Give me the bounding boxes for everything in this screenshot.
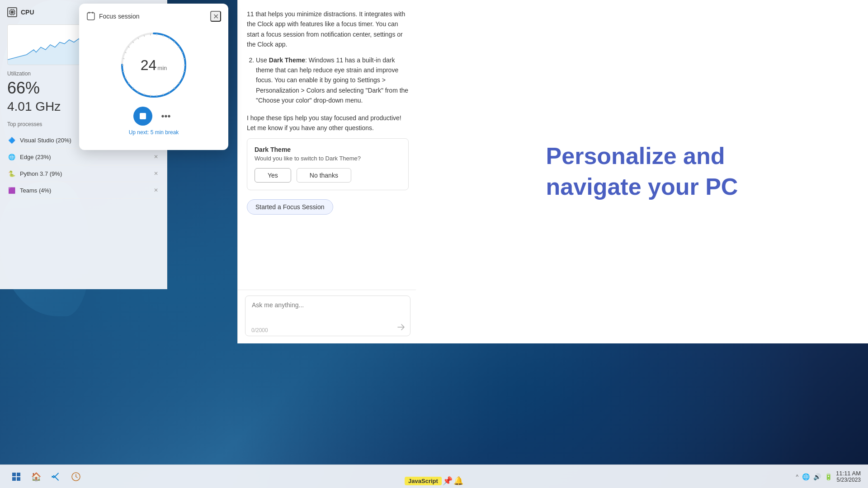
taskbar-time-display: 11:11 AM (836, 470, 861, 477)
chat-list: Use Dark Theme: Windows 11 has a built-i… (247, 55, 409, 106)
timer-number: 24 (141, 57, 157, 74)
process-name-teams: Teams (4%) (20, 187, 51, 194)
focus-more-button[interactable]: ••• (158, 108, 174, 124)
stop-icon (140, 113, 146, 119)
close-python-icon[interactable]: ✕ (152, 170, 160, 177)
svg-line-51 (76, 477, 77, 478)
suggestion-buttons: Yes No thanks (255, 168, 401, 183)
focus-widget-title: Focus session (99, 13, 139, 20)
svg-rect-10 (87, 13, 94, 20)
svg-rect-48 (17, 477, 20, 481)
personalize-line1: Personalize and (546, 141, 738, 172)
timer-display: 24 min (141, 57, 167, 74)
focus-close-button[interactable]: ✕ (210, 11, 221, 22)
upnext-value: 5 min break (151, 129, 179, 136)
focus-session-widget: Focus session ✕ // ticks generated inlin… (79, 4, 228, 150)
focus-controls: ••• (133, 107, 174, 126)
taskbar-left: 🏠 (7, 468, 85, 486)
chat-input[interactable] (245, 296, 410, 336)
focus-session-action-pill[interactable]: Started a Focus Session (247, 199, 333, 215)
suggestion-card-desc: Would you like to switch to Dark Theme? (255, 155, 401, 162)
chat-content: 11 that helps you minimize distractions.… (238, 0, 418, 290)
timer-container: // ticks generated inline via SVG (86, 29, 221, 136)
dark-theme-suggestion-card: Dark Theme Would you like to switch to D… (247, 138, 409, 190)
process-icon-vs: 🔷 (7, 136, 16, 145)
network-icon[interactable]: 🌐 (802, 473, 810, 480)
personalize-text: Personalize and navigate your PC (546, 141, 738, 202)
chat-send-button[interactable] (397, 323, 405, 333)
process-item-python: 🐍 Python 3.7 (9%) ✕ (7, 165, 160, 182)
taskbar-vscode-button[interactable] (47, 468, 65, 486)
upnext-label: Up next: (129, 129, 149, 136)
svg-rect-45 (12, 473, 16, 476)
taskbar-chevron[interactable]: ^ (796, 474, 798, 480)
right-panel: Personalize and navigate your PC (416, 0, 868, 343)
cpu-icon (7, 7, 17, 17)
svg-rect-47 (12, 477, 16, 481)
focus-upnext: Up next: 5 min break (129, 129, 179, 136)
chat-input-wrapper: 0/2000 (245, 296, 410, 338)
cpu-title: CPU (21, 9, 34, 16)
process-name-edge: Edge (23%) (20, 154, 51, 160)
dark-theme-bold: Dark Theme (269, 56, 305, 64)
focus-session-icon (86, 12, 95, 21)
svg-rect-1 (11, 11, 14, 14)
taskbar-time[interactable]: 11:11 AM 5/23/2023 (836, 470, 861, 483)
no-thanks-button[interactable]: No thanks (297, 168, 351, 183)
taskbar-clock-button[interactable] (67, 468, 85, 486)
taskbar-date-display: 5/23/2023 (836, 477, 861, 483)
svg-line-44 (123, 71, 125, 72)
taskbar-js-pill[interactable]: JavaScript (405, 477, 442, 485)
taskbar-start-button[interactable] (7, 468, 25, 486)
chat-input-counter: 0/2000 (251, 327, 268, 333)
chat-panel: 11 that helps you minimize distractions.… (237, 0, 418, 343)
close-teams-icon[interactable]: ✕ (152, 187, 160, 194)
volume-icon[interactable]: 🔊 (813, 473, 821, 480)
focus-stop-button[interactable] (133, 107, 152, 126)
taskbar-home-button[interactable]: 🏠 (27, 468, 45, 486)
svg-line-29 (183, 58, 185, 59)
process-name-vs: Visual Studio (20%) (20, 137, 71, 144)
close-edge-icon[interactable]: ✕ (152, 153, 160, 160)
battery-icon[interactable]: 🔋 (825, 473, 832, 480)
svg-line-16 (123, 58, 125, 59)
suggestion-card-title: Dark Theme (255, 146, 401, 153)
taskbar-right: ^ 🌐 🔊 🔋 11:11 AM 5/23/2023 (796, 470, 861, 483)
timer-unit: min (157, 65, 167, 71)
focus-widget-header: Focus session ✕ (86, 11, 221, 22)
yes-button[interactable]: Yes (255, 168, 291, 183)
process-icon-python: 🐍 (7, 169, 16, 178)
process-item-edge: 🌐 Edge (23%) ✕ (7, 149, 160, 165)
focus-title-group: Focus session (86, 12, 139, 21)
timer-circle: // ticks generated inline via SVG (118, 29, 190, 101)
taskbar: 🏠 JavaScript 📌 🔔 ^ 🌐 🔊 🔋 (0, 465, 868, 488)
process-icon-teams: 🟪 (7, 186, 16, 195)
taskbar-bell-icon[interactable]: 🔔 (453, 476, 463, 486)
taskbar-sys-icons: 🌐 🔊 🔋 (802, 473, 832, 480)
svg-rect-46 (17, 473, 20, 476)
personalize-line2: navigate your PC (546, 172, 738, 202)
chat-intro-text: 11 that helps you minimize distractions.… (247, 9, 409, 50)
taskbar-pin-icon[interactable]: 📌 (443, 476, 453, 486)
chat-input-area: 0/2000 (238, 290, 418, 343)
process-item-teams: 🟪 Teams (4%) ✕ (7, 182, 160, 199)
process-name-python: Python 3.7 (9%) (20, 170, 62, 177)
svg-line-31 (183, 71, 185, 72)
taskbar-center: JavaScript 📌 🔔 (405, 476, 463, 486)
chat-footer-text: I hope these tips help you stay focused … (247, 113, 409, 133)
process-icon-edge: 🌐 (7, 152, 16, 161)
